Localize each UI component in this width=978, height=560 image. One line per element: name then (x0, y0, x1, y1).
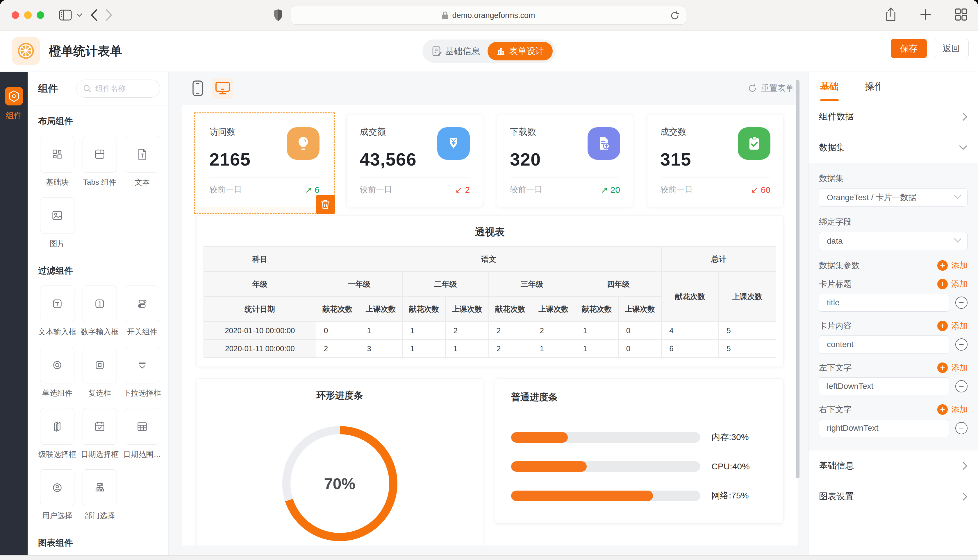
delete-component-button[interactable] (316, 195, 335, 214)
ring-progress-widget[interactable]: 环形进度条 70% (196, 378, 483, 545)
chevron-down-icon (954, 238, 961, 243)
phone-icon (192, 80, 204, 97)
add-card-content-button[interactable]: +添加 (937, 320, 968, 332)
add-card-title-button[interactable]: +添加 (937, 278, 968, 290)
desktop-preview-button[interactable] (212, 78, 233, 99)
ring-progress-value: 70% (324, 475, 355, 493)
sidebar-title: 组件 (38, 82, 58, 95)
save-button[interactable]: 保存 (891, 39, 927, 58)
minimize-window-button[interactable] (24, 11, 32, 19)
stat-card-delta: ↙ 2 (455, 185, 470, 195)
component-tile-basic-block[interactable]: 基础块 (38, 136, 77, 187)
chevron-down-icon[interactable] (76, 13, 83, 17)
component-tile-checkbox[interactable]: 复选框 (80, 347, 119, 398)
horizontal-scrollbar-track[interactable] (0, 555, 978, 560)
card-content-input[interactable] (819, 335, 949, 353)
component-data-row[interactable]: 组件数据 (809, 102, 978, 132)
chart-settings-row[interactable]: 图表设置 (809, 481, 978, 512)
text-doc-icon (135, 148, 149, 161)
add-param-button[interactable]: + 添加 (937, 260, 968, 271)
pivot-header-cell: 上课次数 (532, 297, 575, 322)
left-down-text-input[interactable] (819, 377, 949, 395)
plus-circle-icon: + (937, 362, 948, 373)
pivot-cell: 1 (575, 340, 619, 358)
switch-icon (135, 297, 149, 310)
zoom-window-button[interactable] (37, 11, 44, 19)
tab-basic[interactable]: 基础 (820, 72, 839, 101)
pivot-cell: 0 (619, 322, 662, 340)
bar-progress-widget[interactable]: 普通进度条 内存:30% CPU:40% 网络:75% (495, 378, 784, 524)
pivot-cell: 1 (359, 322, 402, 340)
component-tile-tabs[interactable]: Tabs 组件 (80, 136, 119, 187)
component-tile-radio[interactable]: 单选组件 (38, 347, 77, 398)
address-bar[interactable]: demo.orangeforms.com (291, 6, 686, 25)
file-upload-icon (588, 127, 620, 160)
component-tile-number-input[interactable]: 数字输入框 (80, 285, 119, 337)
add-left-down-text-button[interactable]: +添加 (937, 362, 968, 373)
bulb-icon (287, 127, 319, 160)
pivot-header-cell: 上课次数 (719, 272, 776, 322)
component-tile-date-range[interactable]: 日期范围… (123, 408, 161, 460)
remove-circle-icon[interactable]: − (955, 297, 968, 309)
mobile-preview-button[interactable] (187, 78, 208, 99)
new-tab-icon[interactable] (920, 9, 931, 20)
canvas-scrollbar[interactable] (796, 80, 799, 478)
plus-circle-icon: + (937, 321, 948, 331)
reset-form-button[interactable]: 重置表单 (748, 83, 794, 94)
stat-card-downloads[interactable]: 下载数 320 较前一日 ↗ 20 (497, 114, 633, 207)
pivot-header-cell: 统计日期 (204, 297, 316, 322)
tab-actions[interactable]: 操作 (865, 72, 884, 101)
component-tile-select[interactable]: 下拉选择框 (123, 347, 161, 398)
component-tile-text-input[interactable]: 文本输入框 (38, 285, 77, 337)
component-tile-dept-select[interactable]: 部门选择 (80, 469, 119, 521)
remove-circle-icon[interactable]: − (955, 422, 968, 434)
page-title: 橙单统计表单 (49, 39, 122, 63)
remove-circle-icon[interactable]: − (955, 380, 968, 392)
plus-circle-icon: + (937, 260, 948, 271)
right-down-text-input[interactable] (819, 419, 949, 437)
component-tile-cascade[interactable]: 级联选择框 (38, 408, 77, 460)
close-window-button[interactable] (12, 11, 19, 19)
rail-components-button[interactable] (5, 87, 23, 105)
bind-field-select[interactable]: data (819, 232, 968, 250)
pivot-cell: 1 (532, 340, 575, 358)
stat-card-turnover[interactable]: 成交额 43,566 较前一日 ↙ 2 (346, 114, 483, 207)
stat-card-delta: ↗ 20 (601, 185, 620, 195)
design-canvas-area: 重置表单 访问数 2165 (169, 72, 808, 560)
remove-circle-icon[interactable]: − (955, 338, 968, 351)
tab-overview-icon[interactable] (955, 8, 968, 21)
back-icon[interactable] (90, 9, 98, 21)
share-icon[interactable] (885, 8, 897, 22)
back-button[interactable]: 返回 (934, 39, 969, 58)
form-canvas[interactable]: 访问数 2165 较前一日 ↗ 6 (182, 105, 798, 545)
left-down-text-field-group: 左下文字 +添加 − (819, 362, 968, 395)
pivot-title: 透视表 (204, 225, 776, 239)
forward-icon[interactable] (105, 9, 113, 21)
radio-icon (50, 358, 64, 372)
dataset-section-row[interactable]: 数据集 (809, 132, 978, 163)
stat-card-visits[interactable]: 访问数 2165 较前一日 ↗ 6 (196, 114, 333, 207)
pivot-header-cell: 四年级 (575, 272, 661, 297)
component-tile-user-select[interactable]: 用户选择 (38, 469, 77, 521)
date-range-icon (135, 420, 149, 433)
reload-icon[interactable] (670, 10, 680, 21)
dataset-select[interactable]: OrangeTest / 卡片一数据 (819, 188, 968, 207)
ring-progress-title: 环形进度条 (197, 379, 483, 411)
component-tile-image[interactable]: 图片 (38, 197, 77, 248)
add-right-down-text-button[interactable]: +添加 (937, 404, 968, 415)
sidebar-toggle-icon[interactable] (59, 9, 72, 21)
chevron-right-icon (962, 112, 968, 121)
component-tile-date-picker[interactable]: 日期选择框 (80, 408, 119, 460)
component-tile-text[interactable]: 文本 (123, 136, 161, 187)
privacy-shield-icon[interactable] (273, 9, 283, 22)
basic-info-row[interactable]: 基础信息 (809, 450, 978, 481)
tab-form-design[interactable]: 表单设计 (488, 42, 553, 60)
pivot-table-widget[interactable]: 透视表 科目 语文 总计 年级 (196, 215, 784, 367)
stat-card-deals[interactable]: 成交数 315 较前一日 ↙ 60 (647, 114, 784, 207)
plus-circle-icon: + (937, 404, 948, 415)
pivot-table: 科目 语文 总计 年级 一年级 二年级 三年级 四年级 献花次数 (204, 246, 776, 358)
component-tile-switch[interactable]: 开关组件 (123, 285, 161, 337)
card-title-input[interactable] (819, 293, 949, 312)
pivot-header-cell: 上课次数 (359, 297, 402, 322)
tab-basic-info[interactable]: 基础信息 (432, 45, 480, 57)
